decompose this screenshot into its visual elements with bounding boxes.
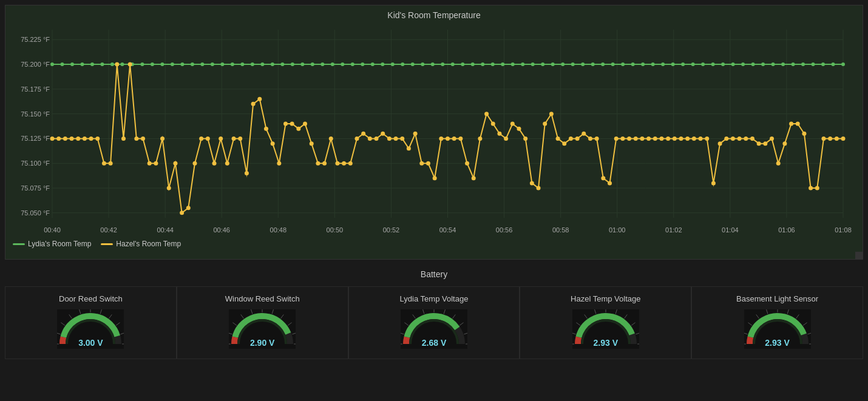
gauge-value-2: 2.68 V	[422, 338, 446, 348]
gauge-container-4: 2.93 V	[744, 309, 811, 349]
gauge-container-2: 2.68 V	[401, 309, 467, 349]
gauge-container-0: 3.00 V	[57, 309, 124, 349]
gauge-card-1: Window Reed Switch2.90 V	[177, 286, 348, 359]
gauges-row: Door Reed Switch3.00 VWindow Reed Switch…	[5, 286, 863, 359]
temperature-canvas	[13, 24, 855, 236]
gauge-value-0: 3.00 V	[78, 338, 103, 348]
chart-title: Kid's Room Temperature	[13, 10, 855, 20]
chart-legend: Lydia's Room Temp Hazel's Room Temp	[13, 236, 855, 249]
gauge-card-2: Lydia Temp Voltage2.68 V	[348, 286, 520, 359]
gauge-value-3: 2.93 V	[594, 338, 618, 348]
gauge-card-0: Door Reed Switch3.00 V	[5, 286, 177, 359]
hazel-legend-label: Hazel's Room Temp	[116, 240, 181, 248]
battery-title: Battery	[5, 267, 863, 281]
gauge-card-4: Basement Light Sensor2.93 V	[691, 286, 863, 359]
lydia-legend-line	[13, 243, 25, 245]
gauge-container-3: 2.93 V	[572, 309, 639, 349]
hazel-legend-line	[101, 243, 113, 245]
legend-hazel: Hazel's Room Temp	[101, 240, 181, 248]
gauge-value-1: 2.90 V	[250, 338, 274, 348]
chart-area	[13, 24, 855, 236]
lydia-legend-label: Lydia's Room Temp	[28, 240, 91, 248]
gauge-label-4: Basement Light Sensor	[736, 294, 818, 303]
gauge-container-1: 2.90 V	[229, 309, 296, 349]
gauge-card-3: Hazel Temp Voltage2.93 V	[520, 286, 691, 359]
gauge-label-2: Lydia Temp Voltage	[400, 294, 469, 303]
battery-section: Battery Door Reed Switch3.00 VWindow Ree…	[5, 265, 863, 362]
legend-lydia: Lydia's Room Temp	[13, 240, 91, 248]
scrollbar-corner	[855, 252, 863, 259]
temperature-chart-section: Kid's Room Temperature Lydia's Room Temp…	[5, 5, 863, 260]
gauge-value-4: 2.93 V	[765, 338, 789, 348]
gauge-label-0: Door Reed Switch	[59, 294, 123, 303]
gauge-label-1: Window Reed Switch	[225, 294, 300, 303]
gauge-label-3: Hazel Temp Voltage	[571, 294, 640, 303]
